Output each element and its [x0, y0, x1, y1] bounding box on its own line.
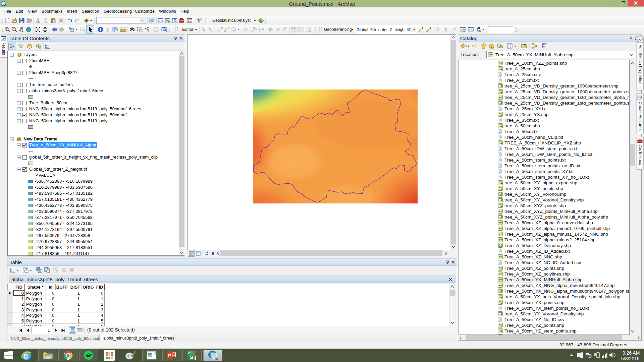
svg-text:A: A — [211, 29, 214, 33]
svg-text:P: P — [168, 353, 171, 358]
svg-text:X: X — [145, 27, 147, 30]
svg-text:S: S — [190, 354, 193, 360]
svg-text:Y: Y — [147, 30, 149, 33]
